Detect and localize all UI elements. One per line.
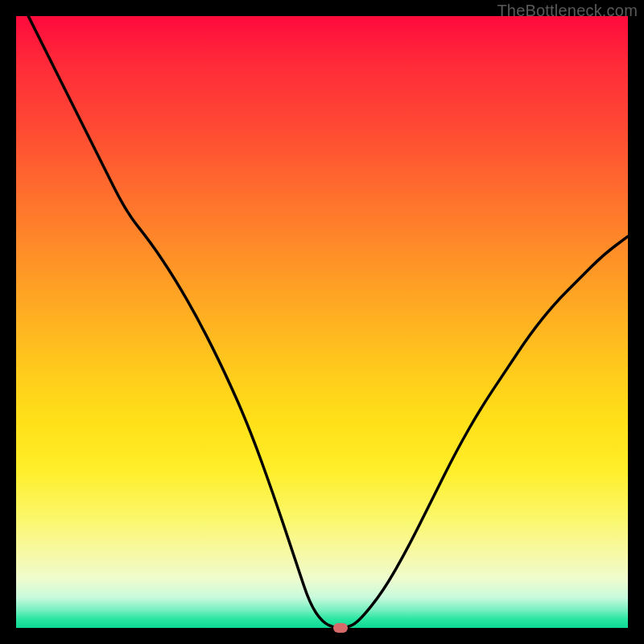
chart-container: TheBottleneck.com [0,0,644,644]
bottleneck-curve [16,16,628,628]
plot-area [16,16,628,628]
optimal-point-marker [333,623,348,633]
